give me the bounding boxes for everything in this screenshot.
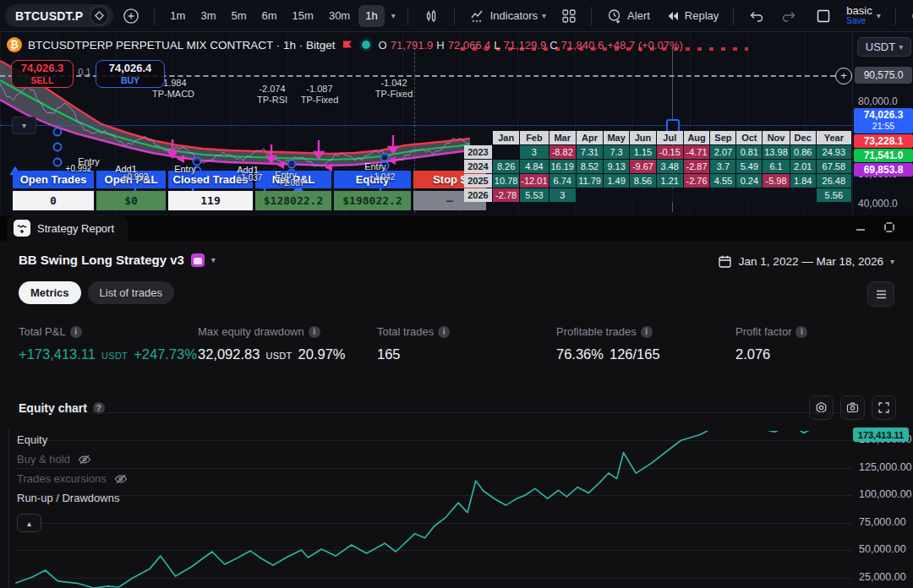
month-cell: -2.76: [684, 174, 710, 188]
chart-settings-button[interactable]: [809, 395, 834, 420]
strategy-menu-chevron[interactable]: ▾: [211, 255, 216, 264]
tab-list-of-trades[interactable]: List of trades: [88, 281, 174, 304]
timeframe-6m[interactable]: 6m: [255, 5, 284, 27]
chart-style-button[interactable]: [417, 4, 446, 28]
month-header: Jul: [657, 131, 683, 144]
month-cell: 2.07: [710, 145, 735, 159]
month-cell: -4.71: [684, 145, 710, 159]
layout-name-button[interactable]: basic Save ▾: [840, 4, 886, 28]
info-icon[interactable]: i: [438, 326, 450, 338]
month-header: Jun: [630, 131, 656, 144]
timeframe-3m[interactable]: 3m: [194, 5, 222, 27]
redo-button[interactable]: [774, 4, 803, 28]
month-cell: -0.15: [657, 145, 683, 159]
screenshot-button[interactable]: [840, 395, 865, 420]
info-icon[interactable]: i: [641, 326, 653, 338]
equity-y-label: 50,000.00: [859, 543, 906, 555]
report-options-button[interactable]: [867, 281, 894, 307]
tab-metrics[interactable]: Metrics: [19, 281, 81, 304]
year-label: 2023: [464, 145, 492, 159]
monthly-performance-table: JanFebMarAprMayJunJulAugSepOctNovDecYear…: [463, 130, 852, 203]
month-cell: 16.19: [549, 160, 576, 173]
legend-item-buy-hold[interactable]: Buy & hold: [17, 449, 128, 469]
metric-label: Max equity drawdown: [198, 325, 304, 338]
collapse-trading-panel-button[interactable]: ▾: [12, 117, 36, 134]
broker-diamond-icon[interactable]: [90, 6, 109, 25]
timeframe-group: 1m3m5m6m15m30m1h: [163, 5, 384, 27]
chart-legend[interactable]: ₿ BTCUSDTPERP PERPETUAL MIX CONTRACT · 1…: [7, 37, 683, 52]
date-range-picker[interactable]: Jan 1, 2022 — Mar 18, 2026 ▾: [718, 254, 894, 269]
timeframe-menu-chevron[interactable]: ▾: [388, 4, 399, 28]
equity-line: [16, 431, 850, 588]
qty-marker-label: +1.087: [279, 178, 305, 188]
maximize-panel-button[interactable]: [883, 220, 896, 234]
alert-button[interactable]: Alert: [600, 4, 656, 28]
info-icon[interactable]: i: [309, 326, 320, 338]
month-cell: 5.49: [736, 160, 762, 173]
toolbar-separator: [591, 7, 592, 25]
compare-add-button[interactable]: [117, 4, 145, 28]
strategy-name[interactable]: BB Swing Long Strategy v3: [19, 253, 184, 267]
month-cell: 9.13: [604, 160, 629, 173]
month-cell: [763, 188, 789, 202]
collapse-legend-button[interactable]: ▴: [17, 514, 41, 532]
chart-plot-area[interactable]: +: [0, 32, 852, 215]
connection-status-dot[interactable]: [359, 38, 373, 52]
entry-marker-label: Entry: [364, 161, 386, 172]
month-cell: 1.15: [630, 145, 656, 159]
chart-legend-title[interactable]: BTCUSDTPERP PERPETUAL MIX CONTRACT · 1h …: [28, 39, 336, 52]
metric-extra: 126/165: [610, 346, 660, 362]
year-label: 2026: [464, 188, 492, 202]
ohlc-key: O: [379, 39, 387, 52]
save-label[interactable]: Save: [846, 16, 866, 26]
buy-button[interactable]: 74,026.4 BUY: [96, 60, 165, 88]
quick-search-icon[interactable]: [905, 4, 913, 28]
sell-button[interactable]: 74,026.3 SELL: [11, 60, 74, 88]
currency-toggle-button[interactable]: USDT ▾: [857, 37, 911, 57]
legend-item-run-up-drawdowns[interactable]: Run-up / Drawdowns: [17, 488, 128, 508]
month-cell: 1.49: [604, 174, 629, 188]
replay-label: Replay: [685, 9, 719, 22]
month-cell: [710, 188, 735, 202]
metric-total-trades: Total tradesi165: [377, 325, 556, 362]
fullscreen-button[interactable]: [872, 395, 896, 420]
symbol-switcher[interactable]: BTCUSDT.P: [5, 4, 113, 27]
alert-price-chip[interactable]: 90,575.0: [855, 67, 912, 84]
price-scale[interactable]: USDT ▾ 90,575.0 80,000.050,000.040,000.0…: [852, 32, 913, 215]
equity-chart-area[interactable]: 150,000.00125,000.00100,000.0075,000.005…: [0, 429, 913, 588]
visibility-off-icon[interactable]: [78, 453, 91, 466]
strategy-title-row[interactable]: BB Swing Long Strategy v3 ▾: [19, 253, 216, 267]
info-icon[interactable]: i: [795, 326, 807, 338]
toolbar-separator: [454, 7, 455, 25]
legend-item-equity[interactable]: Equity: [17, 430, 128, 449]
metric-value: 32,092.83: [198, 346, 260, 362]
currency-label: USDT: [866, 41, 895, 53]
timeframe-15m[interactable]: 15m: [286, 5, 320, 27]
ohlc-change: +48.7 (+0.07%): [607, 39, 683, 52]
layout-select-icon[interactable]: [810, 4, 837, 28]
qty-marker-label: +0.992: [123, 172, 149, 182]
flag-icon[interactable]: [342, 39, 353, 51]
metric-profit-factor: Profit factori2.076: [735, 325, 913, 362]
strategy-report-tab[interactable]: Strategy Report: [7, 215, 128, 241]
replay-button[interactable]: Replay: [659, 4, 724, 28]
add-alert-plus-icon[interactable]: +: [835, 68, 852, 84]
sell-label: SELL: [31, 74, 54, 86]
timeframe-5m[interactable]: 5m: [224, 5, 253, 27]
legend-item-trades-excursions[interactable]: Trades excursions: [17, 469, 128, 488]
info-icon[interactable]: i: [70, 326, 82, 338]
month-header: Nov: [763, 131, 789, 144]
visibility-off-icon[interactable]: [114, 472, 128, 486]
minimize-panel-button[interactable]: [854, 220, 867, 234]
month-header: Mar: [549, 131, 576, 144]
legend-label: Run-up / Drawdowns: [17, 492, 119, 504]
entry-marker-label: Entry: [174, 164, 196, 174]
undo-button[interactable]: [742, 4, 771, 28]
layout-templates-icon[interactable]: [555, 4, 582, 28]
strategy-properties-icon[interactable]: [191, 253, 205, 267]
indicators-button[interactable]: Indicators ▾: [463, 4, 552, 28]
timeframe-30m[interactable]: 30m: [322, 5, 357, 27]
timeframe-1m[interactable]: 1m: [163, 5, 192, 27]
timeframe-1h[interactable]: 1h: [358, 5, 384, 27]
toolbar-separator: [895, 7, 896, 25]
